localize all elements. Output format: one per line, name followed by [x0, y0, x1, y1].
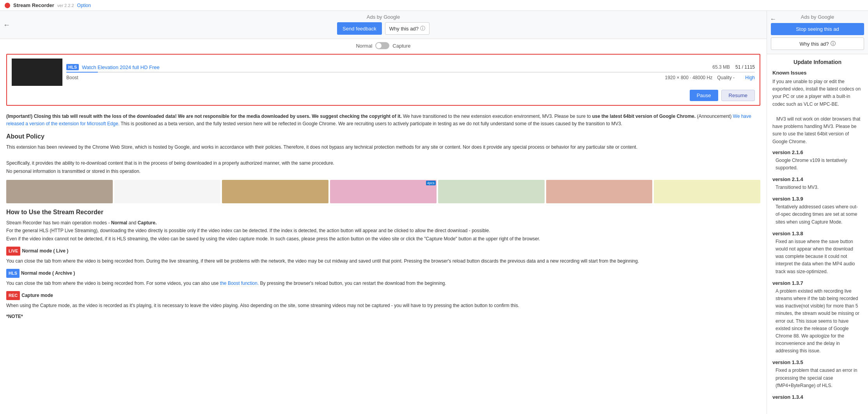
quality-value: High	[745, 75, 755, 80]
record-resolution: 1920 × 800 · 48000 Hz	[665, 75, 713, 80]
version-entry: version 2.1.6Google Chrome v109 is tenta…	[772, 149, 863, 172]
version-label: version 1.3.4	[772, 394, 863, 400]
hls-archive-badge: HLS	[6, 269, 20, 278]
version-text: A problem existed with recording live st…	[772, 288, 863, 355]
ad-image-yellow[interactable]	[654, 180, 760, 203]
layout: ← Ads by Google Send feedback Why this a…	[0, 11, 868, 414]
live-mode-title: Normal mode ( Live )	[22, 247, 68, 255]
pause-button[interactable]: Pause	[690, 90, 718, 101]
boost-function-link[interactable]: the Boost function.	[220, 281, 259, 286]
top-ad-buttons: Send feedback Why this ad? ⓘ	[0, 22, 767, 35]
versions-container: version 2.1.6Google Chrome v109 is tenta…	[772, 149, 863, 400]
rec-badge: REC	[6, 291, 20, 300]
sidebar-ad: ← Ads by Google Stop seeing this ad Why …	[767, 11, 868, 54]
version-label: version 1.3.5	[772, 359, 863, 365]
ad-image-white[interactable]	[114, 180, 221, 203]
quality-label: Quality -	[717, 75, 735, 80]
version-label: version 1.3.8	[772, 231, 863, 236]
version-label: ver 2.2.2	[57, 3, 74, 8]
version-entry: version 1.3.4	[772, 394, 863, 400]
why-this-ad-button[interactable]: Why this ad? ⓘ	[385, 22, 430, 35]
top-ad-back-arrow[interactable]: ←	[3, 21, 10, 29]
mode-toggle-switch[interactable]	[375, 42, 389, 49]
version-label: version 1.3.9	[772, 196, 863, 202]
record-progress	[66, 72, 755, 73]
sidebar-back-arrow[interactable]: ←	[770, 16, 776, 23]
how-to-intro: Stream Recorder has two main operation m…	[6, 219, 760, 243]
ad-badge-4pcs: 4pcs	[426, 181, 436, 185]
normal-mode-label: Normal	[356, 43, 372, 49]
update-section: Update Infomation Known Issues If you ar…	[767, 54, 868, 409]
hls-mode-text: You can close the tab from where the vid…	[6, 279, 760, 287]
option-link[interactable]: Option	[77, 3, 91, 8]
ad-image-lipsticks[interactable]	[546, 180, 653, 203]
capture-mode-title: Capture mode	[21, 291, 53, 299]
important-notice: (Important!) Closing this tab will resul…	[6, 113, 760, 128]
known-issues-text: If you are unable to play or edit the ex…	[772, 78, 863, 146]
ad-image-pink[interactable]: 4pcs	[330, 180, 437, 203]
capture-mode-section: REC Capture mode When using the Capture …	[6, 291, 760, 320]
sidebar-ads-by-google-label: Ads by Google	[771, 14, 864, 20]
important-notice-bold2: use the latest 64bit version of Google C…	[592, 114, 696, 119]
record-size: 65.3 MB	[712, 64, 730, 70]
mode-toggle: Normal Capture	[0, 39, 767, 51]
record-title-row: HLS Watch Elevation 2024 full HD Free 65…	[66, 64, 755, 70]
capture-mode-label: Capture	[392, 43, 410, 49]
version-entry: version 1.3.5Fixed a problem that caused…	[772, 359, 863, 389]
how-to-title: How to Use the Stream Recorder	[6, 209, 760, 216]
version-entry: version 1.3.7A problem existed with reco…	[772, 280, 863, 355]
app-name: Stream Recorder	[13, 2, 54, 8]
version-text: Tentatively addressed cases where out-of…	[772, 203, 863, 226]
record-info: HLS Watch Elevation 2024 full HD Free 65…	[66, 64, 755, 80]
boost-label: Boost	[66, 75, 78, 80]
version-text: Google Chrome v109 is tentatively suppor…	[772, 157, 863, 172]
top-ad-banner: ← Ads by Google Send feedback Why this a…	[0, 11, 767, 39]
version-entry: version 1.3.9Tentatively addressed cases…	[772, 196, 863, 226]
policy-text: This extension has been reviewed by the …	[6, 143, 760, 175]
hls-mode-section: HLS Normal mode ( Archive ) You can clos…	[6, 269, 760, 287]
sidebar-why-this-ad-button[interactable]: Why this ad? ⓘ	[771, 37, 864, 50]
hls-mode-section-title: HLS Normal mode ( Archive )	[6, 269, 760, 278]
logo-dot	[5, 3, 10, 8]
version-label: version 1.3.7	[772, 280, 863, 286]
topbar: Stream Recorder ver 2.2.2 Option	[0, 0, 868, 11]
ad-image-coat[interactable]	[6, 180, 113, 203]
sidebar-info-icon: ⓘ	[831, 40, 836, 47]
main-content: ← Ads by Google Send feedback Why this a…	[0, 11, 767, 414]
capture-bold: Capture.	[138, 220, 157, 226]
content-area: (Important!) Closing this tab will resul…	[0, 109, 767, 332]
live-mode-text: You can close the tab from where the vid…	[6, 257, 760, 265]
version-text: Transitioned to MV3.	[772, 184, 863, 191]
record-card-top: HLS Watch Elevation 2024 full HD Free 65…	[12, 59, 755, 86]
record-card-buttons: Pause Resume	[12, 90, 755, 101]
about-policy-title: About Policy	[6, 133, 760, 140]
record-thumbnail	[12, 59, 62, 86]
ad-image-bottles[interactable]	[438, 180, 545, 203]
record-progress-bar	[66, 72, 98, 73]
capture-mode-section-title: REC Capture mode	[6, 291, 760, 300]
version-label: version 2.1.4	[772, 176, 863, 182]
record-count: 51 / 1115	[735, 64, 755, 70]
version-label: version 2.1.6	[772, 149, 863, 155]
live-badge: LIVE	[6, 247, 20, 256]
hls-mode-title: Normal mode ( Archive )	[21, 269, 75, 277]
stop-seeing-button[interactable]: Stop seeing this ad	[771, 23, 864, 35]
version-entry: version 1.3.8Fixed an issue where the sa…	[772, 231, 863, 275]
record-title: Watch Elevation 2024 full HD Free	[82, 64, 709, 70]
live-mode-section: LIVE Normal mode ( Live ) You can close …	[6, 247, 760, 265]
hls-badge: HLS	[66, 64, 79, 70]
capture-mode-text: When using the Capture mode, as the vide…	[6, 302, 760, 309]
ad-images-row: 4pcs	[6, 180, 760, 203]
send-feedback-button[interactable]: Send feedback	[337, 22, 382, 35]
version-text: Fixed a problem that caused an error in …	[772, 367, 863, 389]
version-text: Fixed an issue where the save button wou…	[772, 238, 863, 275]
record-meta-row: Boost 1920 × 800 · 48000 Hz Quality - Hi…	[66, 75, 755, 80]
resume-button[interactable]: Resume	[721, 90, 755, 101]
right-sidebar: ← Ads by Google Stop seeing this ad Why …	[767, 11, 868, 414]
known-issues-title: Known Issues	[772, 70, 863, 76]
important-notice-bold: (Important!) Closing this tab will resul…	[6, 114, 402, 119]
live-mode-section-title: LIVE Normal mode ( Live )	[6, 247, 760, 256]
version-entry: version 2.1.4Transitioned to MV3.	[772, 176, 863, 191]
ad-image-cashews[interactable]	[222, 180, 328, 203]
record-card: HLS Watch Elevation 2024 full HD Free 65…	[6, 54, 760, 106]
